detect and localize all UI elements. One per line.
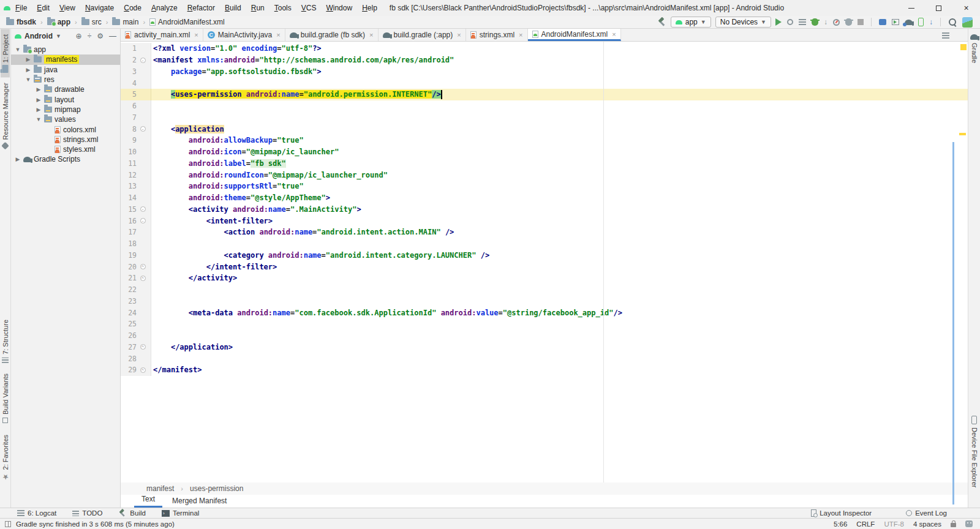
code-line-1[interactable]: 1<?xml version="1.0" encoding="utf-8"?> [121,43,968,54]
breadcrumb-item[interactable]: AndroidManifest.xml [148,18,226,26]
tool-window-button-build-variants[interactable]: Build Variants [1,368,10,429]
tree-expander-icon[interactable]: ▶ [36,97,42,103]
device-manager-icon[interactable] [879,19,886,25]
rerun-debug-icon[interactable] [845,18,852,26]
code-line-12[interactable]: 12 android:roundIcon="@mipmap/ic_launche… [121,169,968,181]
breadcrumb-item[interactable]: main [111,18,140,26]
logcat-window-icon[interactable] [892,19,899,25]
apply-changes-icon[interactable] [799,19,806,25]
avd-manager-icon[interactable] [918,18,924,26]
code-line-4[interactable]: 4 [121,77,968,89]
fold-marker-icon[interactable]: - [140,218,146,223]
tree-item-styles-xml[interactable]: styles.xml [11,144,120,154]
locate-icon[interactable]: ⊕ [76,32,82,40]
fold-marker-icon[interactable]: - [140,206,146,212]
tool-windows-icon[interactable] [5,521,11,527]
view-tab-text[interactable]: Text [134,493,162,508]
code-line-8[interactable]: 8- <application [121,123,968,135]
code-line-16[interactable]: 16- <intent-filter> [121,215,968,227]
menu-code[interactable]: Code [119,0,146,16]
device-select[interactable]: No Devices ▼ [715,17,771,28]
code-line-23[interactable]: 23 [121,296,968,307]
code-editor[interactable]: 1<?xml version="1.0" encoding="utf-8"?>2… [121,42,968,482]
code-line-22[interactable]: 22 [121,284,968,296]
code-line-7[interactable]: 7 [121,112,968,124]
menu-run[interactable]: Run [246,0,270,16]
close-icon[interactable]: × [194,31,198,39]
tree-expander-icon[interactable]: ▼ [36,116,42,122]
menu-view[interactable]: View [55,0,80,16]
tree-item-app[interactable]: ▼app [11,45,120,54]
code-line-3[interactable]: 3 package="app.softsolstudio.fbsdk"> [121,66,968,78]
collapse-all-icon[interactable]: ÷ [88,32,92,40]
menu-edit[interactable]: Edit [32,0,55,16]
tool-window-button-event-log[interactable]: Event Log [906,509,947,517]
tool-window-button-7-structure[interactable]: 7: Structure [1,314,10,369]
error-stripe-mark[interactable] [959,133,966,135]
code-line-24[interactable]: 24 <meta-data android:name="com.facebook… [121,307,968,318]
code-line-11[interactable]: 11 android:label="fb sdk" [121,158,968,170]
minimize-button[interactable] [897,0,925,16]
editor-tab-strings-xml[interactable]: strings.xml× [466,29,528,41]
tree-item-layout[interactable]: ▶layout [11,94,120,104]
tool-window-button-build[interactable]: Build [118,509,146,517]
file-encoding[interactable]: UTF-8 [884,520,904,528]
code-line-9[interactable]: 9 android:allowBackup="true" [121,135,968,146]
tree-expander-icon[interactable]: ▶ [25,56,31,62]
code-line-25[interactable]: 25 [121,318,968,330]
rerun-icon[interactable] [787,19,793,25]
tab-list-icon[interactable] [942,32,949,39]
stop-icon[interactable] [858,19,864,25]
tool-window-button-device-file-explorer[interactable]: Device File Explorer [970,410,979,493]
maximize-button[interactable] [925,0,952,16]
menu-navigate[interactable]: Navigate [80,0,119,16]
run-configuration-select[interactable]: app ▼ [671,17,711,28]
code-line-19[interactable]: 19 <category android:name="android.inten… [121,250,968,261]
tool-window-button-gradle[interactable]: Gradle [970,29,979,69]
code-line-29[interactable]: 29^</manifest> [121,364,968,376]
editor-scrollbar[interactable] [952,142,954,505]
make-hammer-icon[interactable] [658,18,666,26]
tree-expander-icon[interactable]: ▼ [15,47,21,53]
code-line-27[interactable]: 27^ </application> [121,342,968,353]
fold-marker-icon[interactable]: - [140,58,146,63]
code-line-18[interactable]: 18 [121,238,968,250]
view-tab-merged-manifest[interactable]: Merged Manifest [165,495,234,508]
tree-item-gradle-scripts[interactable]: ▶Gradle Scripts [11,154,120,164]
line-ending[interactable]: CRLF [856,520,875,528]
fold-marker-icon[interactable]: ^ [140,276,146,281]
tree-item-java[interactable]: ▶java [11,65,120,75]
attach-debugger-icon[interactable]: ↓ [824,18,827,26]
editor-tab-androidmanifest-xml[interactable]: AndroidManifest.xml× [528,29,621,41]
editor-tab-build-gradle-app-[interactable]: build.gradle (:app)× [379,29,466,41]
profiler-icon[interactable] [833,19,840,26]
lock-icon[interactable] [951,520,956,527]
run-icon[interactable] [775,18,782,26]
avatar[interactable] [962,17,973,28]
menu-analyze[interactable]: Analyze [146,0,183,16]
code-line-6[interactable]: 6 [121,100,968,112]
project-view-selector[interactable]: Android [24,32,53,40]
tree-expander-icon[interactable]: ▶ [36,107,42,113]
close-icon[interactable]: × [519,31,522,39]
tool-window-button-layout-inspector[interactable]: Layout Inspector [811,509,872,517]
indent-setting[interactable]: 4 spaces [913,520,941,528]
code-line-21[interactable]: 21^ </activity> [121,272,968,284]
menu-window[interactable]: Window [321,0,357,16]
xml-breadcrumb-uses-permission[interactable]: uses-permission [190,484,243,493]
breadcrumb-item[interactable]: fbsdk [5,18,37,26]
fold-marker-icon[interactable]: ^ [140,264,146,269]
fold-marker-icon[interactable]: ^ [140,344,146,350]
tree-item-res[interactable]: ▼res [11,75,120,84]
settings-gear-icon[interactable]: ⚙ [97,32,104,40]
close-icon[interactable]: × [276,31,280,39]
gradle-face-icon[interactable] [965,520,973,527]
code-line-28[interactable]: 28 [121,353,968,364]
code-line-10[interactable]: 10 android:icon="@mipmap/ic_launcher" [121,146,968,158]
editor-tab-mainactivity-java[interactable]: CMainActivity.java× [203,29,285,41]
tree-item-manifests[interactable]: ▶manifests [11,54,120,64]
close-button[interactable]: × [952,0,980,16]
xml-breadcrumb-manifest[interactable]: manifest [146,484,174,493]
breadcrumb-item[interactable]: app [46,18,72,26]
code-line-20[interactable]: 20^ </intent-filter> [121,261,968,272]
